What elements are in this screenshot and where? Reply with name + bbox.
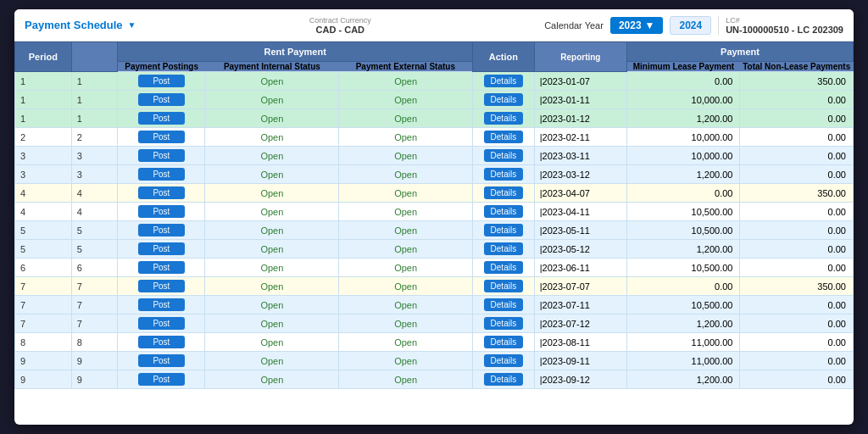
payment-external-status-cell: Open [339,240,473,259]
payment-postings-cell[interactable]: Post [118,203,205,221]
details-button[interactable]: Details [484,131,524,143]
payment-postings-cell[interactable]: Post [118,221,205,240]
post-button[interactable]: Post [138,354,185,367]
action-cell[interactable]: Details [472,314,534,333]
action-cell[interactable]: Details [472,91,534,109]
payment-schedule-link[interactable]: Payment Schedule [25,19,123,31]
period-cell: 3 [71,147,118,165]
post-button[interactable]: Post [138,261,185,274]
action-cell[interactable]: Details [472,72,534,91]
post-button[interactable]: Post [138,205,185,218]
payment-postings-cell[interactable]: Post [118,128,205,147]
min-lease-payment-cell: 1,200.00 [626,314,739,333]
action-cell[interactable]: Details [472,165,534,184]
year-dropdown-icon: ▼ [645,19,655,31]
post-button[interactable]: Post [138,373,185,386]
total-non-lease-cell: 0.00 [740,240,854,259]
row-number-cell: 4 [15,203,72,221]
payment-internal-status-cell: Open [205,203,339,221]
total-non-lease-cell: 0.00 [740,352,854,370]
post-button[interactable]: Post [138,336,185,348]
details-button[interactable]: Details [484,168,524,181]
payment-date-cell: |2023-05-11 [534,221,626,240]
details-button[interactable]: Details [484,186,524,199]
details-button[interactable]: Details [484,242,524,255]
payment-postings-cell[interactable]: Post [118,91,205,109]
payment-postings-cell[interactable]: Post [118,314,205,333]
payment-postings-cell[interactable]: Post [118,333,205,352]
details-button[interactable]: Details [484,112,524,125]
payment-postings-cell[interactable]: Post [118,72,205,91]
payment-postings-cell[interactable]: Post [118,240,205,259]
post-button[interactable]: Post [138,93,185,106]
row-number-cell: 5 [15,240,72,259]
table-row: 77PostOpenOpenDetails|2023-07-1110,500.0… [15,296,854,314]
row-number-cell: 6 [15,259,72,277]
col-header-min-lease-payment: Minimum Lease Payment [626,62,739,72]
details-button[interactable]: Details [484,317,524,330]
details-button[interactable]: Details [484,149,524,162]
action-cell[interactable]: Details [472,333,534,352]
post-button[interactable]: Post [138,168,185,181]
payment-date-cell: |2023-08-11 [534,333,626,352]
action-cell[interactable]: Details [472,259,534,277]
payment-postings-cell[interactable]: Post [118,277,205,296]
payment-internal-status-cell: Open [205,184,339,203]
post-button[interactable]: Post [138,298,185,311]
table-row: 99PostOpenOpenDetails|2023-09-1111,000.0… [15,352,854,370]
post-button[interactable]: Post [138,317,185,330]
action-cell[interactable]: Details [472,277,534,296]
details-button[interactable]: Details [484,261,524,274]
payment-date-cell: |2023-09-11 [534,352,626,370]
min-lease-payment-cell: 0.00 [626,184,739,203]
min-lease-payment-cell: 10,000.00 [626,128,739,147]
details-button[interactable]: Details [484,93,524,106]
details-button[interactable]: Details [484,354,524,367]
action-cell[interactable]: Details [472,370,534,389]
payment-external-status-cell: Open [339,333,473,352]
row-number-cell: 1 [15,109,72,128]
details-button[interactable]: Details [484,205,524,218]
period-cell: 5 [71,240,118,259]
payment-external-status-cell: Open [339,91,473,109]
action-cell[interactable]: Details [472,352,534,370]
payment-postings-cell[interactable]: Post [118,184,205,203]
post-button[interactable]: Post [138,280,185,292]
min-lease-payment-cell: 10,500.00 [626,296,739,314]
details-button[interactable]: Details [484,75,524,87]
year-2023-button[interactable]: 2023 ▼ [610,17,664,34]
payment-postings-cell[interactable]: Post [118,147,205,165]
action-cell[interactable]: Details [472,109,534,128]
details-button[interactable]: Details [484,280,524,292]
action-cell[interactable]: Details [472,221,534,240]
post-button[interactable]: Post [138,224,185,236]
action-cell[interactable]: Details [472,184,534,203]
payment-postings-cell[interactable]: Post [118,352,205,370]
min-lease-payment-cell: 11,000.00 [626,333,739,352]
payment-external-status-cell: Open [339,147,473,165]
payment-postings-cell[interactable]: Post [118,165,205,184]
action-cell[interactable]: Details [472,147,534,165]
post-button[interactable]: Post [138,149,185,162]
post-button[interactable]: Post [138,75,185,87]
details-button[interactable]: Details [484,224,524,236]
payment-external-status-cell: Open [339,352,473,370]
details-button[interactable]: Details [484,373,524,386]
year-2024-button[interactable]: 2024 [670,16,711,35]
details-button[interactable]: Details [484,336,524,348]
payment-postings-cell[interactable]: Post [118,109,205,128]
dropdown-icon[interactable]: ▼ [128,20,136,30]
details-button[interactable]: Details [484,298,524,311]
post-button[interactable]: Post [138,242,185,255]
payment-postings-cell[interactable]: Post [118,259,205,277]
action-cell[interactable]: Details [472,128,534,147]
table-row: 44PostOpenOpenDetails|2023-04-1110,500.0… [15,203,854,221]
action-cell[interactable]: Details [472,240,534,259]
action-cell[interactable]: Details [472,203,534,221]
payment-postings-cell[interactable]: Post [118,370,205,389]
action-cell[interactable]: Details [472,296,534,314]
post-button[interactable]: Post [138,186,185,199]
payment-postings-cell[interactable]: Post [118,296,205,314]
post-button[interactable]: Post [138,131,185,143]
post-button[interactable]: Post [138,112,185,125]
